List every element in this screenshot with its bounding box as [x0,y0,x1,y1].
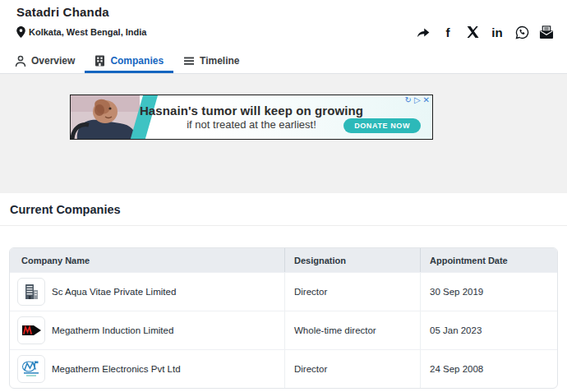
facebook-icon[interactable]: f [440,25,455,39]
tab-overview[interactable]: Overview [5,51,85,73]
profile-page: Satadri Chanda Kolkata, West Bengal, Ind… [0,0,567,392]
person-icon [15,55,26,67]
ad-headline: Hasnain's tumor will keep on growing [140,104,363,118]
email-icon[interactable] [539,25,554,39]
tab-companies[interactable]: Companies [85,51,173,73]
ad-banner[interactable]: Hasnain's tumor will keep on growing if … [70,95,433,140]
tab-timeline[interactable]: Timeline [173,51,249,73]
table-row[interactable]: Sc Aqua Vitae Private Limited Director 3… [10,272,557,311]
location-pin-icon [16,26,25,38]
company-name[interactable]: Sc Aqua Vitae Private Limited [52,287,176,297]
ad-controls: ↻ ▷ ✕ [405,96,430,104]
company-logo-sc-aqua-vitae [17,278,45,306]
donate-now-button[interactable]: DONATE NOW [343,118,421,133]
table-row[interactable]: Megatherm Induction Limited Whole-time d… [10,311,557,349]
tab-bar: Overview Companies [0,51,567,74]
header-company-name: Company Name [10,248,284,272]
section-heading: Current Companies [0,203,567,216]
share-icons: f in [416,25,554,39]
tab-overview-label: Overview [31,55,75,67]
current-companies-section: Current Companies Company Name Designati… [0,193,567,389]
header-appointment-date: Appointment Date [420,248,557,272]
ad-refresh-icon[interactable]: ↻ [405,96,412,104]
company-logo-megatherm-induction [17,316,45,344]
header-designation: Designation [284,248,420,272]
tab-timeline-label: Timeline [200,55,239,67]
ad-subheadline: if not treated at the earliest! [187,118,316,131]
appointment-date: 30 Sep 2019 [420,273,557,311]
company-logo-megatherm-electronics [17,355,45,383]
location-text: Kolkata, West Bengal, India [29,27,146,37]
ad-close-icon[interactable]: ✕ [423,96,430,104]
ad-photo [71,95,140,139]
designation: Director [284,273,420,311]
table-row[interactable]: Megatherm Electronics Pvt Ltd Director 2… [10,349,557,388]
appointment-date: 05 Jan 2023 [420,311,557,349]
table-header-row: Company Name Designation Appointment Dat… [10,248,557,272]
tab-companies-label: Companies [110,55,164,67]
designation: Director [284,350,420,388]
linkedin-icon[interactable]: in [490,25,505,39]
company-name[interactable]: Megatherm Induction Limited [52,325,173,335]
page-title: Satadri Chanda [16,5,554,19]
list-icon [183,56,195,66]
whatsapp-icon[interactable] [514,25,529,39]
section-divider [0,225,567,226]
share-icon[interactable] [416,25,431,39]
building-icon [94,55,105,67]
designation: Whole-time director [284,311,420,349]
company-name[interactable]: Megatherm Electronics Pvt Ltd [52,364,181,374]
ad-band: Hasnain's tumor will keep on growing if … [0,74,567,193]
profile-header: Satadri Chanda Kolkata, West Bengal, Ind… [0,0,567,51]
x-twitter-icon[interactable] [465,25,480,39]
companies-table: Company Name Designation Appointment Dat… [9,247,558,389]
appointment-date: 24 Sep 2008 [420,350,557,388]
adchoices-icon[interactable]: ▷ [414,96,421,104]
